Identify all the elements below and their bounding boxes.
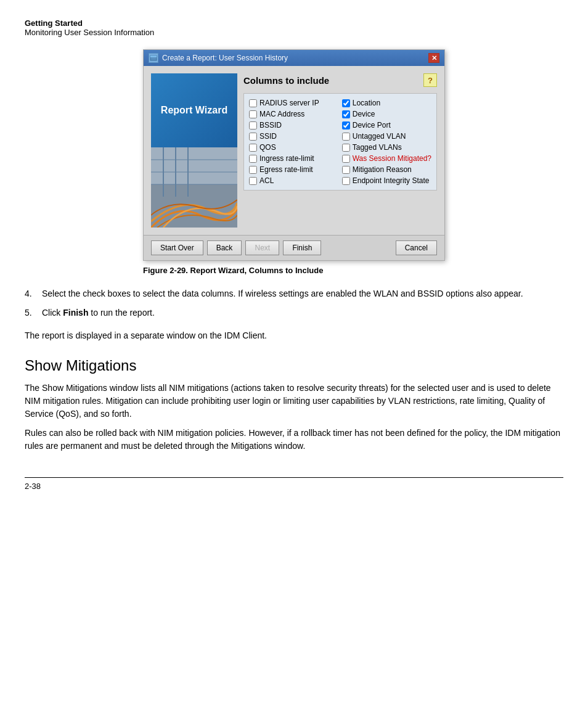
checkbox-tagged-label: Tagged VLANs bbox=[353, 143, 402, 152]
chapter-title: Getting Started bbox=[25, 18, 563, 28]
back-button[interactable]: Back bbox=[207, 240, 242, 255]
titlebar-left: Create a Report: User Session History bbox=[149, 53, 288, 63]
checkbox-bssid-input[interactable] bbox=[249, 121, 257, 129]
checkbox-deviceport-input[interactable] bbox=[342, 121, 350, 129]
checkbox-acl-label: ACL bbox=[259, 176, 274, 185]
checkbox-location: Location bbox=[342, 99, 431, 107]
paragraph-1: The Show Mitigations window lists all NI… bbox=[25, 382, 563, 421]
finish-bold: Finish bbox=[63, 308, 88, 318]
checkbox-egress-input[interactable] bbox=[249, 166, 257, 174]
cancel-button[interactable]: Cancel bbox=[396, 240, 437, 255]
step-5-text: Click Finish to run the report. bbox=[42, 306, 155, 319]
paragraph-after-steps: The report is displayed in a separate wi… bbox=[25, 329, 563, 342]
checkbox-mac-label: MAC Address bbox=[259, 110, 304, 118]
checkbox-ssid: SSID bbox=[249, 132, 337, 141]
checkbox-untagged-input[interactable] bbox=[342, 133, 350, 141]
dialog-close-button[interactable]: ✕ bbox=[428, 53, 439, 63]
checkbox-egress-label: Egress rate-limit bbox=[259, 165, 313, 174]
checkbox-acl: ACL bbox=[249, 176, 337, 185]
checkbox-endpoint-label: Endpoint Integrity State bbox=[353, 176, 430, 185]
dialog-title: Create a Report: User Session History bbox=[162, 54, 288, 62]
finish-button[interactable]: Finish bbox=[283, 240, 321, 255]
wizard-left-panel: Report Wizard bbox=[151, 73, 237, 228]
checkbox-deviceport: Device Port bbox=[342, 121, 431, 129]
step-5-number: 5. bbox=[25, 306, 37, 319]
page-number: 2-38 bbox=[25, 482, 41, 491]
figure-caption-text: Figure 2-29. Report Wizard, Columns to I… bbox=[143, 266, 323, 275]
steps-section: 4. Select the check boxes to select the … bbox=[25, 287, 563, 319]
checkbox-deviceport-label: Device Port bbox=[353, 121, 391, 129]
paragraph-2: Rules can also be rolled back with NIM m… bbox=[25, 427, 563, 453]
checkbox-session-label: Was Session Mitigated? bbox=[353, 154, 431, 163]
checkbox-ingress-input[interactable] bbox=[249, 155, 257, 163]
checkbox-egress: Egress rate-limit bbox=[249, 165, 337, 174]
columns-grid: RADIUS server IP Location MAC Address De… bbox=[243, 93, 437, 191]
dialog-titlebar: Create a Report: User Session History ✕ bbox=[144, 50, 444, 66]
checkbox-ssid-label: SSID bbox=[259, 132, 277, 141]
checkbox-mitigation-label: Mitigation Reason bbox=[353, 165, 412, 174]
step-4-text: Select the check boxes to select the dat… bbox=[42, 287, 523, 300]
checkbox-qos-label: QOS bbox=[259, 143, 276, 152]
dialog-icon bbox=[149, 53, 158, 63]
checkbox-bssid: BSSID bbox=[249, 121, 337, 129]
checkbox-acl-input[interactable] bbox=[249, 177, 257, 185]
columns-title: Columns to include bbox=[243, 75, 329, 86]
start-over-button[interactable]: Start Over bbox=[151, 240, 203, 255]
dialog-content: Report Wizard bbox=[144, 66, 444, 235]
dialog-footer: Start Over Back Next Finish Cancel bbox=[144, 235, 444, 260]
checkbox-untagged-label: Untagged VLAN bbox=[353, 132, 406, 141]
wizard-banner: Report Wizard bbox=[151, 73, 237, 147]
checkbox-ingress-label: Ingress rate-limit bbox=[259, 154, 314, 163]
checkbox-session: Was Session Mitigated? bbox=[342, 154, 431, 163]
columns-header: Columns to include ? bbox=[243, 73, 437, 87]
checkbox-mac-input[interactable] bbox=[249, 110, 257, 118]
figure-container: Create a Report: User Session History ✕ … bbox=[25, 49, 563, 275]
checkbox-tagged-input[interactable] bbox=[342, 144, 350, 152]
checkbox-radius-input[interactable] bbox=[249, 99, 257, 107]
checkbox-bssid-label: BSSID bbox=[259, 121, 282, 129]
checkbox-qos: QOS bbox=[249, 143, 337, 152]
next-button[interactable]: Next bbox=[245, 240, 279, 255]
step-5: 5. Click Finish to run the report. bbox=[25, 306, 563, 319]
checkbox-ingress: Ingress rate-limit bbox=[249, 154, 337, 163]
checkbox-tagged: Tagged VLANs bbox=[342, 143, 431, 152]
checkbox-mitigation: Mitigation Reason bbox=[342, 165, 431, 174]
checkbox-mitigation-input[interactable] bbox=[342, 166, 350, 174]
checkbox-qos-input[interactable] bbox=[249, 144, 257, 152]
checkbox-session-input[interactable] bbox=[342, 155, 350, 163]
wizard-image bbox=[151, 147, 237, 228]
checkbox-location-input[interactable] bbox=[342, 99, 350, 107]
page-header: Getting Started Monitoring User Session … bbox=[25, 18, 563, 37]
checkbox-device-input[interactable] bbox=[342, 110, 350, 118]
section-subtitle: Monitoring User Session Information bbox=[25, 28, 563, 37]
checkbox-radius: RADIUS server IP bbox=[249, 99, 337, 107]
checkbox-ssid-input[interactable] bbox=[249, 133, 257, 141]
checkbox-endpoint: Endpoint Integrity State bbox=[342, 176, 431, 185]
dialog-window: Create a Report: User Session History ✕ … bbox=[143, 49, 445, 261]
svg-rect-1 bbox=[150, 55, 157, 57]
figure-caption: Figure 2-29. Report Wizard, Columns to I… bbox=[143, 266, 445, 275]
help-button[interactable]: ? bbox=[423, 73, 437, 87]
step-4: 4. Select the check boxes to select the … bbox=[25, 287, 563, 300]
page-footer: 2-38 bbox=[25, 477, 563, 491]
checkbox-mac: MAC Address bbox=[249, 110, 337, 118]
checkbox-endpoint-input[interactable] bbox=[342, 177, 350, 185]
show-mitigations-heading: Show Mitigations bbox=[25, 357, 563, 374]
wizard-right-panel: Columns to include ? RADIUS server IP Lo… bbox=[243, 73, 437, 228]
step-4-number: 4. bbox=[25, 287, 37, 300]
checkbox-radius-label: RADIUS server IP bbox=[259, 99, 319, 107]
checkbox-location-label: Location bbox=[353, 99, 380, 107]
checkbox-device-label: Device bbox=[353, 110, 375, 118]
checkbox-untagged: Untagged VLAN bbox=[342, 132, 431, 141]
checkbox-device: Device bbox=[342, 110, 431, 118]
